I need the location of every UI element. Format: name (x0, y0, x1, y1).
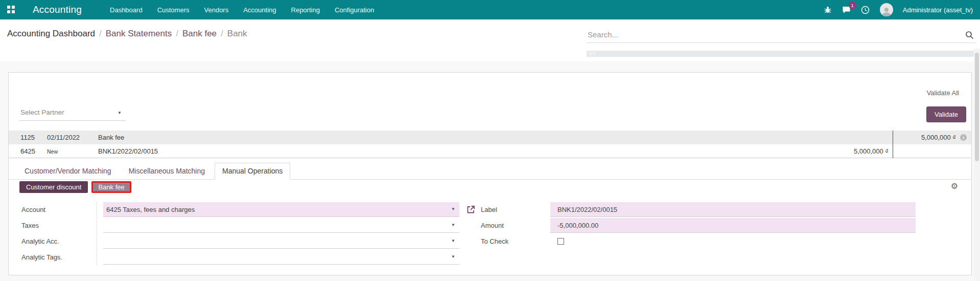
search-bar (587, 28, 976, 44)
reconciliation-card: Validate All Select Partner Validate 112… (8, 72, 972, 275)
chevron-down-icon (118, 111, 122, 115)
navbar-right: 1 Administrator (asset_tv) (823, 3, 973, 16)
line-amount-right (893, 144, 958, 158)
chevron-down-icon (451, 255, 455, 259)
messages-badge: 1 (849, 2, 856, 9)
progress-count: 0/1 (589, 51, 595, 57)
nav-item-accounting[interactable]: Accounting (243, 6, 276, 14)
reconcile-model-buttons: Customer discount Bank fee (19, 181, 131, 193)
line-label: Bank fee (98, 134, 790, 141)
preset-bank-fee-button[interactable]: Bank fee (91, 181, 131, 193)
statement-line-row[interactable]: 1125 02/11/2022 Bank fee 5,000,000 ₫ (9, 131, 971, 144)
amount-label: Amount (481, 222, 550, 229)
to-check-label: To Check (481, 237, 550, 245)
line-account: 1125 (9, 134, 47, 141)
analytic-tags-field[interactable] (103, 250, 459, 265)
account-field[interactable]: 6425 Taxes, fees and charges (103, 202, 459, 217)
user-avatar[interactable] (880, 3, 893, 16)
search-input[interactable] (587, 28, 976, 43)
scrollbar-track[interactable] (974, 49, 980, 281)
info-icon[interactable] (960, 134, 967, 141)
breadcrumb-bank-statements[interactable]: Bank Statements (106, 29, 172, 38)
line-status-text: New (47, 148, 58, 155)
manual-operations-form-left: Account 6425 Taxes, fees and charges Tax… (21, 202, 459, 265)
counterpart-line-row[interactable]: 6425 New BNK1/2022/02/0015 5,000,000 ₫ (9, 144, 971, 158)
breadcrumb-separator: / (99, 29, 102, 38)
label-field[interactable]: BNK1/2022/02/0015 (550, 202, 916, 217)
validate-button[interactable]: Validate (926, 106, 966, 122)
label-label: Label (481, 206, 550, 213)
amount-value: -5,000,000.00 (557, 222, 598, 229)
matching-tabs: Customer/Vendor Matching Miscellaneous M… (9, 163, 971, 180)
search-icon[interactable] (965, 31, 974, 41)
nav-item-reporting[interactable]: Reporting (291, 6, 320, 14)
line-status: New (47, 147, 98, 155)
app-brand[interactable]: Accounting (33, 4, 82, 15)
nav-item-vendors[interactable]: Vendors (204, 6, 228, 14)
select-partner-placeholder: Select Partner (20, 109, 64, 116)
app-window: Accounting Dashboard Customers Vendors A… (0, 0, 980, 281)
tab-miscellaneous-matching[interactable]: Miscellaneous Matching (121, 163, 213, 180)
nav-item-customers[interactable]: Customers (157, 6, 190, 14)
line-info-cell (958, 131, 971, 144)
chevron-down-icon (451, 207, 455, 211)
breadcrumb-separator: / (221, 29, 223, 38)
analytic-account-label: Analytic Acc. (21, 237, 103, 245)
validate-all-link[interactable]: Validate All (927, 89, 959, 97)
taxes-field[interactable] (103, 218, 459, 233)
line-account: 6425 (9, 147, 47, 155)
amount-field[interactable]: -5,000,000.00 (550, 218, 916, 233)
tab-manual-operations[interactable]: Manual Operations (215, 163, 290, 180)
nav-item-configuration[interactable]: Configuration (335, 6, 374, 14)
reconciliation-progress-bar: 0/1 (587, 51, 975, 57)
chevron-down-icon (451, 223, 455, 227)
account-value: 6425 Taxes, fees and charges (106, 206, 195, 213)
debug-bug-icon[interactable] (823, 5, 832, 14)
line-info-cell (958, 144, 971, 158)
breadcrumb-bank-fee[interactable]: Bank fee (182, 29, 217, 38)
breadcrumb-separator: / (176, 29, 178, 38)
main-menu: Dashboard Customers Vendors Accounting R… (110, 6, 374, 14)
nav-item-dashboard[interactable]: Dashboard (110, 6, 143, 14)
line-label: BNK1/2022/02/0015 (98, 147, 790, 155)
top-navbar: Accounting Dashboard Customers Vendors A… (0, 0, 980, 19)
gear-icon[interactable] (951, 182, 958, 190)
external-link-icon[interactable] (466, 205, 476, 214)
breadcrumb-current: Bank (227, 29, 247, 38)
line-amount-left: 5,000,000 ₫ (790, 147, 893, 155)
apps-grid-icon[interactable] (7, 6, 15, 14)
line-amount-right: 5,000,000 ₫ (893, 131, 958, 144)
user-menu[interactable]: Administrator (asset_tv) (903, 6, 973, 14)
tab-customer-vendor-matching[interactable]: Customer/Vendor Matching (17, 163, 119, 180)
analytic-account-field[interactable] (103, 234, 459, 249)
to-check-checkbox[interactable] (557, 238, 564, 245)
account-label: Account (21, 206, 103, 213)
analytic-tags-label: Analytic Tags. (21, 253, 103, 261)
chevron-down-icon (451, 239, 455, 243)
label-value: BNK1/2022/02/0015 (557, 206, 617, 213)
messages-icon[interactable]: 1 (842, 5, 851, 14)
breadcrumb: Accounting Dashboard/Bank Statements/Ban… (7, 29, 247, 39)
line-date: 02/11/2022 (47, 134, 98, 141)
activity-clock-icon[interactable] (861, 5, 870, 14)
scrollbar-thumb[interactable] (975, 53, 979, 161)
preset-customer-discount-button[interactable]: Customer discount (19, 181, 88, 193)
select-partner-field[interactable]: Select Partner (19, 105, 126, 121)
manual-operations-form-right: Label BNK1/2022/02/0015 Amount -5,000,00… (481, 202, 916, 249)
statement-lines: 1125 02/11/2022 Bank fee 5,000,000 ₫ 642… (9, 131, 971, 158)
taxes-label: Taxes (21, 222, 103, 229)
breadcrumb-accounting-dashboard[interactable]: Accounting Dashboard (7, 29, 95, 38)
to-check-zone (550, 238, 916, 245)
